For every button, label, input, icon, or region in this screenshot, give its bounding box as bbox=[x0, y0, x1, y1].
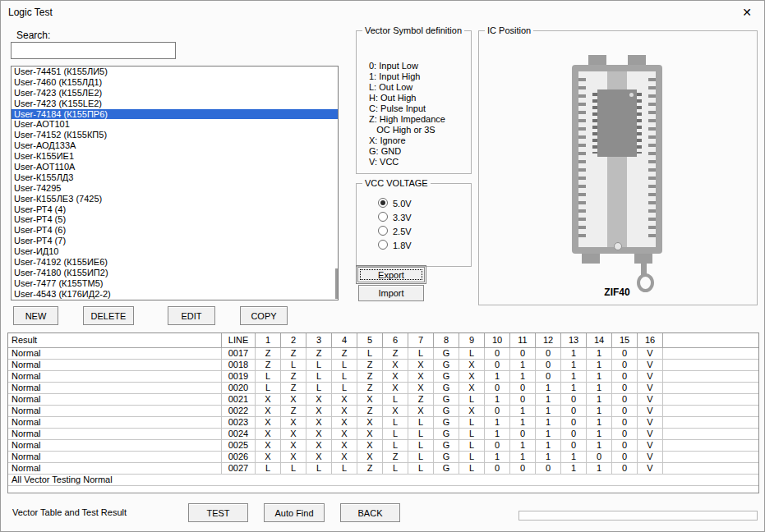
vector-cell: 0 bbox=[612, 360, 638, 371]
progress-bar bbox=[518, 511, 758, 521]
radio-icon bbox=[378, 226, 388, 236]
device-list[interactable]: User-74451 (К155ЛИ5)User-7460 (К155ЛД1)U… bbox=[11, 66, 339, 300]
test-button[interactable]: TEST bbox=[188, 503, 248, 522]
table-row[interactable]: Normal0021XXXXXLZGL101010V bbox=[8, 394, 758, 406]
table-row[interactable]: Normal0027LLLLZLLGL000110V bbox=[8, 463, 758, 475]
list-item[interactable]: User-7477 (К155ТМ5) bbox=[12, 278, 338, 289]
list-item[interactable]: User-74451 (К155ЛИ5) bbox=[12, 66, 338, 77]
column-header-11[interactable]: 11 bbox=[510, 333, 536, 348]
list-item[interactable]: User-РТ4 (6) bbox=[12, 225, 338, 236]
vector-cell: L bbox=[459, 394, 485, 406]
vcc-option-3.3V[interactable]: 3.3V bbox=[378, 211, 412, 225]
column-header-4[interactable]: 4 bbox=[332, 333, 357, 348]
table-row[interactable]: Normal0024XXXXXLLGL101010V bbox=[8, 429, 758, 440]
column-header-LINE[interactable]: LINE bbox=[222, 333, 256, 348]
vector-cell: L bbox=[306, 371, 332, 383]
column-header-5[interactable]: 5 bbox=[357, 333, 383, 348]
column-header-12[interactable]: 12 bbox=[536, 333, 561, 348]
list-item[interactable]: User-РТ4 (5) bbox=[12, 214, 338, 225]
socket-pin-slots-right bbox=[648, 78, 656, 241]
list-item[interactable]: User-AOT101 bbox=[12, 119, 338, 130]
table-row[interactable]: Normal0019LZLLZXXGX110110V bbox=[8, 371, 758, 383]
list-item[interactable]: User-7460 (К155ЛД1) bbox=[12, 77, 338, 88]
column-header-7[interactable]: 7 bbox=[408, 333, 434, 348]
line-cell: 0018 bbox=[222, 360, 256, 371]
list-item[interactable]: User-ИД10 bbox=[12, 246, 338, 257]
vector-cell: L bbox=[408, 417, 434, 429]
back-button[interactable]: BACK bbox=[340, 503, 400, 522]
vcc-option-5.0V[interactable]: 5.0V bbox=[378, 197, 412, 211]
vector-cell: 0 bbox=[561, 406, 587, 417]
table-row[interactable]: Normal0018ZLLLZXXGX010110V bbox=[8, 360, 758, 371]
list-item[interactable]: User-К155ЛЕ3 (7425) bbox=[12, 194, 338, 204]
column-header-14[interactable]: 14 bbox=[587, 333, 612, 348]
vector-cell: L bbox=[383, 417, 408, 429]
column-header-13[interactable]: 13 bbox=[561, 333, 587, 348]
column-header-3[interactable]: 3 bbox=[306, 333, 332, 348]
vector-cell: 0 bbox=[485, 440, 510, 452]
list-item[interactable]: User-74184 (К155ПР6) bbox=[12, 109, 338, 120]
column-header-Result[interactable]: Result bbox=[8, 333, 222, 348]
list-item[interactable]: User-АОД133А bbox=[12, 140, 338, 151]
filler-cell bbox=[663, 417, 759, 429]
close-icon[interactable]: ✕ bbox=[733, 2, 761, 22]
column-header-6[interactable]: 6 bbox=[383, 333, 408, 348]
import-button[interactable]: Import bbox=[358, 285, 424, 301]
line-cell: 0020 bbox=[222, 383, 256, 394]
vector-symbol-line: Z: High Impedance bbox=[369, 114, 445, 125]
line-cell: 0026 bbox=[222, 452, 256, 463]
vector-cell: L bbox=[408, 429, 434, 440]
vector-cell: 0 bbox=[510, 463, 536, 475]
vcc-option-2.5V[interactable]: 2.5V bbox=[378, 225, 412, 239]
list-item[interactable]: User-74152 (К155КП5) bbox=[12, 130, 338, 140]
copy-button[interactable]: COPY bbox=[240, 306, 288, 325]
vector-cell: X bbox=[408, 406, 434, 417]
vector-symbol-line: L: Out Low bbox=[369, 82, 445, 93]
vector-cell: 1 bbox=[485, 371, 510, 383]
list-item[interactable]: User-К155ЛД3 bbox=[12, 172, 338, 183]
list-scrollbar[interactable] bbox=[335, 268, 338, 299]
filler-cell bbox=[663, 383, 759, 394]
table-row[interactable]: Normal0025XXXXXLLGL011010V bbox=[8, 440, 758, 452]
new-button[interactable]: NEW bbox=[13, 306, 58, 325]
auto-find-button[interactable]: Auto Find bbox=[264, 503, 325, 522]
search-input[interactable] bbox=[11, 42, 176, 59]
table-row[interactable]: Normal0023XXXXXLLGL111010V bbox=[8, 417, 758, 429]
list-item[interactable]: User-74295 bbox=[12, 183, 338, 194]
socket-lever bbox=[641, 254, 647, 275]
vector-cell: L bbox=[281, 360, 306, 371]
table-row[interactable]: Normal0026XXXXXZLGL111100V bbox=[8, 452, 758, 463]
result-cell: Normal bbox=[8, 394, 222, 406]
list-item[interactable]: User-4543 (К176ИД2-2) bbox=[12, 289, 338, 300]
list-item[interactable]: User-74180 (К155ИП2) bbox=[12, 268, 338, 278]
export-button[interactable]: Export bbox=[357, 267, 425, 282]
vcc-option-1.8V[interactable]: 1.8V bbox=[378, 239, 412, 253]
table-row[interactable]: Normal0022XZXXZXXGX011010V bbox=[8, 406, 758, 417]
table-row[interactable]: Normal0017ZZZZLZLGL000110V bbox=[8, 348, 758, 360]
list-item[interactable]: User-AOT110A bbox=[12, 162, 338, 172]
column-header-15[interactable]: 15 bbox=[612, 333, 638, 348]
column-header-8[interactable]: 8 bbox=[434, 333, 459, 348]
edit-button[interactable]: EDIT bbox=[168, 306, 215, 325]
table-footer-cell: All Vector Testing Normal bbox=[8, 475, 758, 486]
delete-button[interactable]: DELETE bbox=[83, 306, 134, 325]
vector-cell: L bbox=[383, 440, 408, 452]
list-item[interactable]: User-7423 (К155ЛЕ2) bbox=[12, 88, 338, 99]
vector-cell: 1 bbox=[561, 452, 587, 463]
list-item[interactable]: User-7423 (K155LE2) bbox=[12, 99, 338, 109]
column-header-2[interactable]: 2 bbox=[281, 333, 306, 348]
list-item[interactable]: User-74192 (К155ИЕ6) bbox=[12, 257, 338, 268]
result-table-head-row: ResultLINE12345678910111213141516 bbox=[8, 333, 758, 348]
list-item[interactable]: User-К155ИЕ1 bbox=[12, 151, 338, 162]
table-row[interactable]: Normal0020LZLLZXXGX001110V bbox=[8, 383, 758, 394]
vector-cell: 0 bbox=[485, 383, 510, 394]
list-item[interactable]: User-РТ4 (7) bbox=[12, 236, 338, 246]
column-header-10[interactable]: 10 bbox=[485, 333, 510, 348]
column-header-1[interactable]: 1 bbox=[256, 333, 281, 348]
bottom-status-label: Vector Table and Test Result bbox=[12, 507, 127, 517]
vector-cell: L bbox=[332, 360, 357, 371]
column-header-9[interactable]: 9 bbox=[459, 333, 485, 348]
column-header-16[interactable]: 16 bbox=[638, 333, 663, 348]
vector-cell: G bbox=[434, 348, 459, 360]
list-item[interactable]: User-РТ4 (4) bbox=[12, 204, 338, 215]
